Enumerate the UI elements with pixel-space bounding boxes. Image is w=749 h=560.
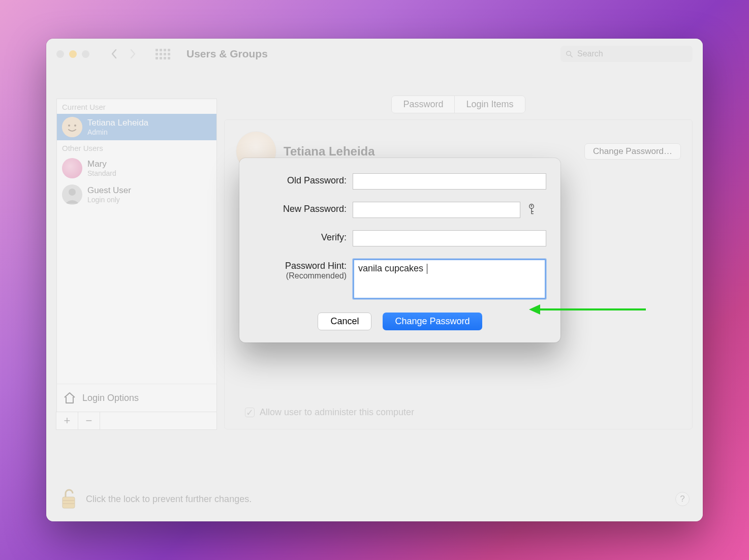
cancel-button[interactable]: Cancel: [318, 313, 371, 330]
user-role: Admin: [87, 128, 148, 136]
tab-login-items[interactable]: Login Items: [455, 96, 524, 113]
titlebar: Users & Groups: [46, 39, 703, 69]
page-title: Users & Groups: [186, 48, 268, 60]
svg-point-2: [62, 117, 82, 137]
lock-text: Click the lock to prevent further change…: [86, 494, 252, 505]
hint-input[interactable]: vanila cupcakes: [353, 259, 546, 299]
key-icon[interactable]: [526, 203, 537, 215]
traffic-lights: [56, 50, 89, 58]
profile-name: Tetiana Leheida: [284, 144, 375, 159]
verify-label: Verify:: [254, 230, 353, 243]
user-row-guest[interactable]: Guest User Login only: [57, 181, 216, 208]
svg-point-5: [69, 189, 76, 196]
login-options-label: Login Options: [82, 393, 139, 403]
svg-point-3: [68, 125, 70, 127]
home-icon: [63, 391, 76, 405]
avatar: [62, 117, 82, 137]
user-list: Current User Tetiana Leheida Admin Other…: [56, 99, 217, 412]
section-other: Other Users: [57, 140, 216, 155]
add-remove-bar: + −: [56, 412, 217, 430]
avatar: [62, 158, 82, 178]
user-name: Mary: [87, 159, 116, 169]
verify-input[interactable]: [353, 230, 546, 246]
forward-icon[interactable]: [129, 49, 136, 59]
add-user-button[interactable]: +: [56, 412, 78, 430]
user-name: Guest User: [87, 185, 131, 196]
preferences-window: Users & Groups Current User Tetiana Lehe…: [46, 39, 703, 521]
change-password-dialog: Old Password: New Password: Verify: Pass…: [239, 158, 560, 343]
hint-label: Password Hint: (Recommended): [254, 259, 353, 281]
back-icon[interactable]: [111, 49, 118, 59]
search-input[interactable]: [577, 49, 688, 58]
old-password-input[interactable]: [353, 173, 546, 190]
svg-point-10: [531, 205, 533, 207]
svg-rect-7: [63, 500, 75, 501]
user-row-mary[interactable]: Mary Standard: [57, 155, 216, 181]
user-name: Tetiana Leheida: [87, 118, 148, 128]
section-current: Current User: [57, 99, 216, 114]
old-password-label: Old Password:: [254, 173, 353, 186]
new-password-label: New Password:: [254, 202, 353, 214]
svg-line-1: [570, 55, 572, 57]
user-role: Standard: [87, 169, 116, 177]
new-password-input[interactable]: [353, 202, 520, 218]
sidebar: Current User Tetiana Leheida Admin Other…: [56, 99, 217, 521]
addremove-spacer: [100, 412, 217, 430]
svg-rect-8: [63, 503, 75, 504]
svg-point-4: [74, 125, 76, 127]
change-password-button[interactable]: Change Password…: [584, 143, 681, 160]
lock-open-icon[interactable]: [59, 488, 78, 510]
text-cursor: [427, 264, 427, 274]
remove-user-button[interactable]: −: [78, 412, 100, 430]
show-all-icon[interactable]: [155, 49, 170, 59]
hint-sublabel: (Recommended): [254, 271, 347, 281]
admin-checkbox-row: ✓ Allow user to administer this computer: [245, 407, 414, 418]
search-field[interactable]: [560, 46, 693, 62]
tab-password[interactable]: Password: [392, 96, 455, 113]
admin-checkbox-label: Allow user to administer this computer: [260, 407, 414, 418]
minimize-light[interactable]: [69, 50, 77, 58]
login-options[interactable]: Login Options: [57, 384, 216, 412]
close-light[interactable]: [56, 50, 64, 58]
admin-checkbox[interactable]: ✓: [245, 408, 255, 417]
avatar: [62, 184, 82, 205]
svg-rect-6: [63, 497, 75, 508]
tab-group: Password Login Items: [391, 96, 525, 113]
user-role: Login only: [87, 196, 131, 204]
zoom-light[interactable]: [82, 50, 89, 58]
lock-bar: Click the lock to prevent further change…: [59, 488, 690, 510]
help-button[interactable]: ?: [675, 492, 690, 506]
change-password-submit[interactable]: Change Password: [383, 313, 482, 330]
user-row-current[interactable]: Tetiana Leheida Admin: [57, 114, 216, 140]
search-icon: [566, 50, 573, 58]
